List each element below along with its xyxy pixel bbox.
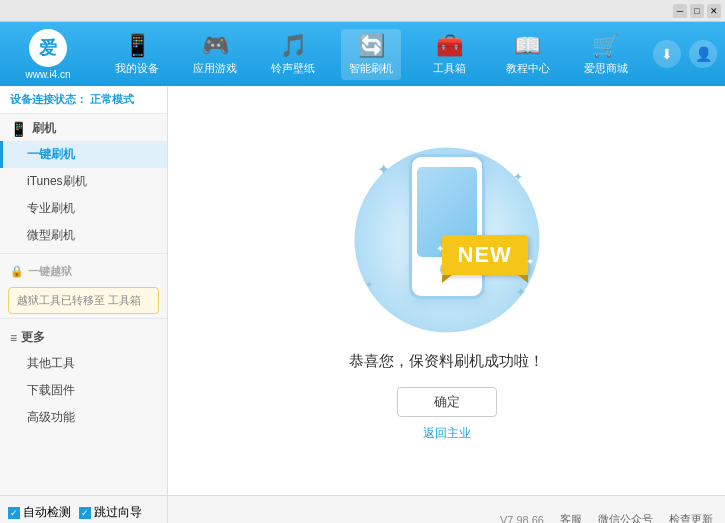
flash-label: 智能刷机 <box>349 61 393 76</box>
status-label: 设备连接状态： <box>10 93 87 105</box>
status-value: 正常模式 <box>90 93 134 105</box>
warning-text: 越狱工具已转移至 工具箱 <box>17 294 141 306</box>
illustration-container: ✦ ✦ ✦ ✦ NEW ✦ ✦ <box>347 140 547 340</box>
tools-icon: 🧰 <box>436 33 463 59</box>
nav-items: 📱 我的设备 🎮 应用游戏 🎵 铃声壁纸 🔄 智能刷机 🧰 工具箱 📖 教程中心… <box>98 29 645 80</box>
maximize-button[interactable]: □ <box>690 4 704 18</box>
sparkle-left: ✦ <box>436 243 444 254</box>
sparkle-br: ✦ <box>515 284 527 300</box>
sidebar-divider-2 <box>0 318 167 319</box>
sidebar-item-micro[interactable]: 微型刷机 <box>0 222 167 249</box>
flash-section-label: 刷机 <box>32 120 56 137</box>
sidebar-item-onekey[interactable]: 一键刷机 <box>0 141 167 168</box>
support-link[interactable]: 客服 <box>560 512 582 523</box>
logo-icon: 爱 <box>29 29 67 67</box>
sidebar: 设备连接状态： 正常模式 📱 刷机 一键刷机 iTunes刷机 专业刷机 微型刷… <box>0 86 168 495</box>
ringtone-label: 铃声壁纸 <box>271 61 315 76</box>
checkbox-group: ✓ 自动检测 ✓ 跳过向导 <box>0 500 167 523</box>
nav-item-mydevice[interactable]: 📱 我的设备 <box>107 29 167 80</box>
apps-label: 应用游戏 <box>193 61 237 76</box>
flash-icon: 🔄 <box>358 33 385 59</box>
go-home-link[interactable]: 返回主业 <box>423 425 471 442</box>
sidebar-item-firmware[interactable]: 下载固件 <box>0 377 167 404</box>
logo-text: www.i4.cn <box>25 69 70 80</box>
flash-section-header: 📱 刷机 <box>0 114 167 141</box>
sparkle-tl: ✦ <box>377 160 390 179</box>
wechat-link[interactable]: 微信公众号 <box>598 512 653 523</box>
nav-right: ⬇ 👤 <box>653 40 717 68</box>
sidebar-divider-1 <box>0 253 167 254</box>
flash-section-icon: 📱 <box>10 121 27 137</box>
auto-detect-checkbox[interactable]: ✓ 自动检测 <box>8 504 71 521</box>
ribbon-fold-left <box>442 275 452 283</box>
logo[interactable]: 爱 www.i4.cn <box>8 29 88 80</box>
nav-item-apps[interactable]: 🎮 应用游戏 <box>185 29 245 80</box>
full-bottom: ✓ 自动检测 ✓ 跳过向导 📱 iPhone 12 mini 64GB Down… <box>0 495 725 523</box>
sidebar-warning: 越狱工具已转移至 工具箱 <box>8 287 159 314</box>
bottom-left-panel: ✓ 自动检测 ✓ 跳过向导 📱 iPhone 12 mini 64GB Down… <box>0 496 168 523</box>
tools-label: 工具箱 <box>433 61 466 76</box>
sparkle-right: ✦ <box>526 256 534 267</box>
mydevice-label: 我的设备 <box>115 61 159 76</box>
title-bar: ─ □ ✕ <box>0 0 725 22</box>
sidebar-status: 设备连接状态： 正常模式 <box>0 86 167 114</box>
version-text: V7.98.66 <box>500 514 544 524</box>
shop-label: 爱思商城 <box>584 61 628 76</box>
sidebar-item-itunes[interactable]: iTunes刷机 <box>0 168 167 195</box>
more-label: 更多 <box>21 329 45 346</box>
shop-icon: 🛒 <box>592 33 619 59</box>
ribbon-fold-right <box>518 275 528 283</box>
nav-item-ringtone[interactable]: 🎵 铃声壁纸 <box>263 29 323 80</box>
sparkle-bl: ✦ <box>365 279 373 290</box>
skip-wizard-checkbox[interactable]: ✓ 跳过向导 <box>79 504 142 521</box>
lock-icon: 🔒 <box>10 265 24 278</box>
more-section-header: ≡ 更多 <box>0 323 167 350</box>
new-ribbon: NEW ✦ ✦ <box>442 235 528 275</box>
more-icon: ≡ <box>10 331 17 345</box>
new-text: NEW <box>442 235 528 275</box>
update-link[interactable]: 检查更新 <box>669 512 713 523</box>
success-title: 恭喜您，保资料刷机成功啦！ <box>349 352 544 371</box>
minimize-button[interactable]: ─ <box>673 4 687 18</box>
jailbreak-label: 一键越狱 <box>28 264 72 279</box>
tutorial-label: 教程中心 <box>506 61 550 76</box>
apps-icon: 🎮 <box>202 33 229 59</box>
auto-detect-cb-icon: ✓ <box>8 507 20 519</box>
sidebar-item-pro[interactable]: 专业刷机 <box>0 195 167 222</box>
content-area: ✦ ✦ ✦ ✦ NEW ✦ ✦ 恭喜您，保资料刷机成功啦！ <box>168 86 725 495</box>
user-button[interactable]: 👤 <box>689 40 717 68</box>
main-layout: 设备连接状态： 正常模式 📱 刷机 一键刷机 iTunes刷机 专业刷机 微型刷… <box>0 86 725 495</box>
ringtone-icon: 🎵 <box>280 33 307 59</box>
sidebar-item-others[interactable]: 其他工具 <box>0 350 167 377</box>
sidebar-item-advanced[interactable]: 高级功能 <box>0 404 167 431</box>
jailbreak-section: 🔒 一键越狱 <box>0 258 167 283</box>
bottom-right-panel: V7.98.66 客服 微信公众号 检查更新 <box>168 496 725 523</box>
auto-detect-label: 自动检测 <box>23 504 71 521</box>
mydevice-icon: 📱 <box>124 33 151 59</box>
skip-wizard-label: 跳过向导 <box>94 504 142 521</box>
new-badge-container: NEW ✦ ✦ <box>442 235 528 275</box>
skip-wizard-cb-icon: ✓ <box>79 507 91 519</box>
download-button[interactable]: ⬇ <box>653 40 681 68</box>
nav-item-shop[interactable]: 🛒 爱思商城 <box>576 29 636 80</box>
tutorial-icon: 📖 <box>514 33 541 59</box>
nav-item-tools[interactable]: 🧰 工具箱 <box>420 29 480 80</box>
confirm-button[interactable]: 确定 <box>397 387 497 417</box>
nav-item-flash[interactable]: 🔄 智能刷机 <box>341 29 401 80</box>
nav-item-tutorial[interactable]: 📖 教程中心 <box>498 29 558 80</box>
close-button[interactable]: ✕ <box>707 4 721 18</box>
sparkle-tr: ✦ <box>513 170 523 184</box>
nav-bar: 爱 www.i4.cn 📱 我的设备 🎮 应用游戏 🎵 铃声壁纸 🔄 智能刷机 … <box>0 22 725 86</box>
